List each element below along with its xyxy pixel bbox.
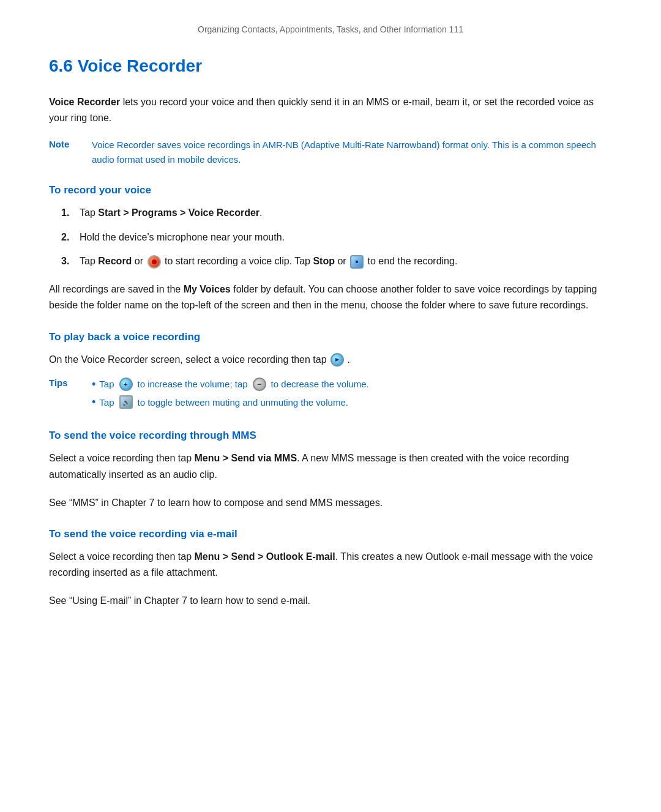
tip-1: Tap to increase the volume; tap to decre… (92, 376, 369, 392)
mute-icon (119, 395, 133, 409)
note-label: Note (49, 138, 80, 149)
note-block: Note Voice Recorder saves voice recordin… (49, 138, 612, 167)
tips-content: Tap to increase the volume; tap to decre… (92, 376, 369, 412)
step-1-text: Tap Start > Programs > Voice Recorder. (80, 205, 263, 221)
stop-icon (350, 255, 364, 269)
intro-paragraph: Voice Recorder lets you record your voic… (49, 94, 612, 125)
volume-down-icon (253, 378, 266, 391)
step-3-text: Tap Record or to start recording a voice… (80, 253, 457, 269)
section-heading-record: To record your voice (49, 184, 612, 196)
record-step-3: 3. Tap Record or to start recording a vo… (49, 253, 612, 269)
chapter-title: 6.6 Voice Recorder (49, 56, 612, 80)
record-steps-list: 1. Tap Start > Programs > Voice Recorder… (49, 205, 612, 269)
page: Organizing Contacts, Appointments, Tasks… (0, 0, 661, 812)
step-2-text: Hold the device’s microphone near your m… (80, 229, 285, 245)
record-step-1: 1. Tap Start > Programs > Voice Recorder… (49, 205, 612, 221)
record-step-2: 2. Hold the device’s microphone near you… (49, 229, 612, 245)
record-icon (148, 255, 161, 269)
email-text-1: Select a voice recording then tap Menu >… (49, 549, 612, 581)
note-text: Voice Recorder saves voice recordings in… (92, 138, 612, 167)
mms-text-1: Select a voice recording then tap Menu >… (49, 450, 612, 483)
section-heading-playback: To play back a voice recording (49, 331, 612, 343)
page-header: Organizing Contacts, Appointments, Tasks… (49, 24, 612, 39)
step-num-1: 1. (61, 205, 73, 221)
tips-label: Tips (49, 376, 80, 388)
playback-text: On the Voice Recorder screen, select a v… (49, 352, 612, 368)
tip-2: Tap to toggle between muting and unmutin… (92, 395, 369, 411)
recordings-info-text: All recordings are saved in the My Voice… (49, 281, 612, 314)
step-num-2: 2. (61, 229, 73, 245)
email-see-also: See “Using E-mail” in Chapter 7 to learn… (49, 593, 612, 609)
section-heading-email: To send the voice recording via e-mail (49, 528, 612, 540)
step-num-3: 3. (61, 253, 73, 269)
mms-see-also: See “MMS” in Chapter 7 to learn how to c… (49, 495, 612, 511)
play-icon (330, 353, 344, 367)
tips-list: Tap to increase the volume; tap to decre… (92, 376, 369, 410)
tips-block: Tips Tap to increase the volume; tap to … (49, 376, 612, 412)
section-heading-mms: To send the voice recording through MMS (49, 430, 612, 442)
volume-up-icon (119, 378, 133, 391)
